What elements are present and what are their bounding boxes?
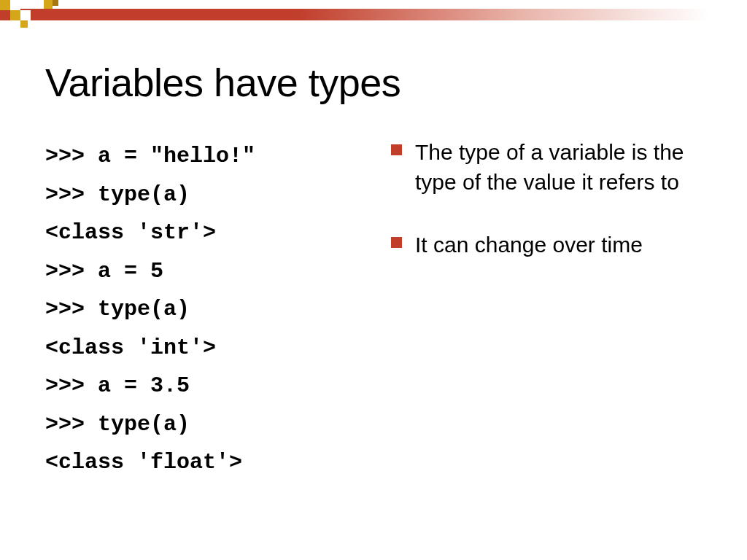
- code-line: >>> type(a): [45, 405, 381, 444]
- code-line: >>> a = 5: [45, 252, 381, 291]
- code-line: >>> type(a): [45, 290, 381, 329]
- code-line: >>> a = 3.5: [45, 367, 381, 405]
- code-column: >>> a = "hello!" >>> type(a) <class 'str…: [45, 137, 381, 482]
- bullet-column: The type of a variable is the type of th…: [381, 137, 718, 482]
- code-line: <class 'str'>: [45, 214, 381, 252]
- bullet-square-icon: [391, 237, 402, 248]
- bullet-text: It can change over time: [415, 230, 643, 260]
- slide-content: >>> a = "hello!" >>> type(a) <class 'str…: [0, 137, 747, 482]
- bullet-text: The type of a variable is the type of th…: [415, 137, 718, 198]
- code-line: >>> type(a): [45, 176, 381, 214]
- slide-title: Variables have types: [45, 60, 747, 105]
- top-gradient-stripe: [0, 9, 747, 20]
- bullet-item: It can change over time: [391, 230, 718, 260]
- corner-pixel-decoration: [0, 0, 58, 29]
- code-line: >>> a = "hello!": [45, 137, 381, 176]
- slide-top-bar: [0, 0, 747, 29]
- code-line: <class 'float'>: [45, 443, 381, 482]
- bullet-item: The type of a variable is the type of th…: [391, 137, 718, 198]
- bullet-square-icon: [391, 144, 402, 155]
- code-line: <class 'int'>: [45, 329, 381, 368]
